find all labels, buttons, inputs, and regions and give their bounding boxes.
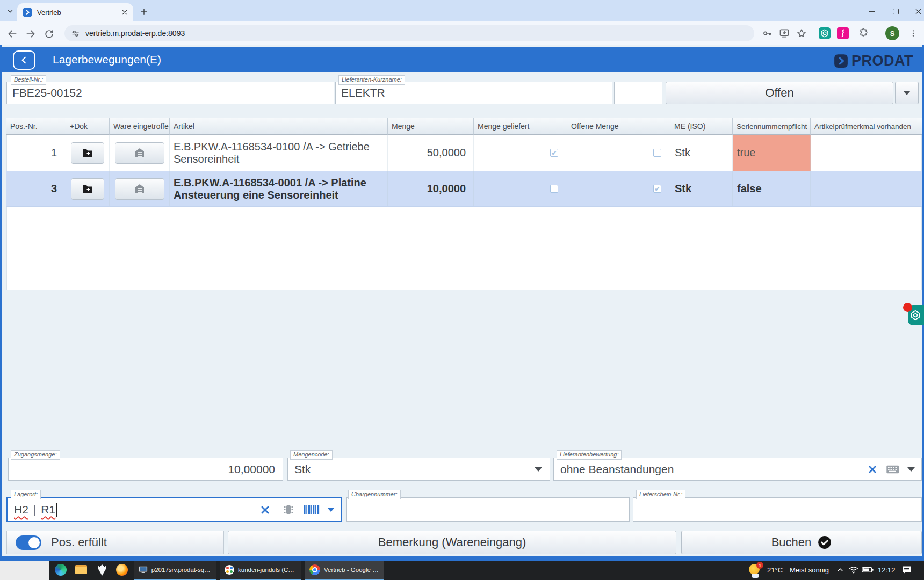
mengencode-value: Stk	[294, 463, 535, 476]
clear-x-icon[interactable]	[260, 505, 270, 515]
lieferantenbewertung-value: ohne Beanstandungen	[560, 463, 868, 476]
warehouse-button[interactable]	[115, 142, 164, 164]
page-title: Lagerbewegungen(E)	[53, 53, 161, 66]
col-header-offene-menge[interactable]: Offene Menge	[567, 118, 670, 135]
cell-menge: 10,0000	[388, 171, 474, 206]
buchen-button[interactable]: Buchen	[681, 531, 922, 554]
zugangsmenge-field[interactable]: 10,00000	[8, 458, 283, 481]
install-app-icon[interactable]	[777, 26, 792, 40]
extensions-puzzle-icon[interactable]	[856, 26, 871, 40]
weather-condition[interactable]: Meist sonnig	[790, 566, 829, 574]
lieferantenbewertung-label: Lieferantenbewertung:	[557, 450, 622, 460]
cell-menge-geliefert: ✔	[474, 135, 567, 171]
empty-subfield[interactable]	[614, 82, 662, 104]
firefox-icon[interactable]	[116, 564, 128, 576]
profile-avatar[interactable]: S	[885, 26, 899, 40]
lieferantenbewertung-field[interactable]: ohne Beanstandungen	[553, 458, 922, 481]
back-icon[interactable]	[5, 27, 19, 41]
zugangsmenge-label: Zugangsmenge:	[11, 450, 60, 460]
col-header-dok[interactable]: +Dok	[66, 118, 110, 135]
status-button[interactable]: Offen	[666, 82, 893, 104]
table-row-selected[interactable]: 3 E.B.PKW.A-1168534-0001 /A -> Platine A…	[6, 171, 922, 207]
edge-icon[interactable]	[55, 564, 68, 577]
extension-pink-icon[interactable]	[837, 27, 849, 39]
col-header-seriennummernpflicht[interactable]: Seriennummernpflicht	[733, 118, 811, 135]
col-header-menge[interactable]: Menge	[388, 118, 474, 135]
chargennummer-field[interactable]	[346, 497, 630, 522]
col-header-me-iso[interactable]: ME (ISO)	[670, 118, 733, 135]
col-header-artikel[interactable]: Artikel	[170, 118, 388, 135]
text-caret	[56, 503, 57, 517]
bookmark-star-icon[interactable]	[794, 26, 809, 40]
window-close-button[interactable]	[909, 5, 924, 18]
taskbar-search-box[interactable]	[0, 561, 49, 580]
url-bar[interactable]: vertrieb.m.prodat-erp.de:8093	[64, 25, 754, 41]
site-settings-icon[interactable]	[71, 29, 80, 38]
taskbar-app-sql[interactable]: p2017srv.prodat-sql.d...	[134, 561, 216, 580]
check-circle-icon	[818, 535, 832, 549]
bestell-nr-field[interactable]: FBE25-00152	[6, 82, 334, 104]
status-dropdown-button[interactable]	[895, 82, 919, 104]
col-header-pos[interactable]: Pos.-Nr.	[6, 118, 66, 135]
tray-chevron-up-icon[interactable]	[836, 566, 844, 576]
window-maximize-button[interactable]	[886, 5, 905, 18]
password-key-icon[interactable]	[760, 26, 775, 40]
chevron-down-icon[interactable]	[907, 467, 915, 472]
col-header-ware[interactable]: Ware eingetroffer	[110, 118, 170, 135]
battery-icon[interactable]	[862, 566, 874, 576]
chevron-down-icon[interactable]	[535, 467, 542, 472]
page-border-right	[922, 45, 924, 561]
app-back-button[interactable]	[13, 50, 35, 70]
col-header-pruefmerkmal[interactable]: Artikelprüfmerkmal vorhanden	[811, 118, 922, 135]
checkbox-offene-menge[interactable]	[653, 149, 661, 157]
weather-temp[interactable]: 21°C	[767, 566, 783, 574]
cell-offene-menge: ✔	[567, 171, 670, 206]
barcode-icon[interactable]	[304, 504, 320, 516]
tab-close-icon[interactable]	[121, 9, 128, 16]
cell-ware	[110, 135, 170, 171]
prodat-logo-icon	[834, 54, 848, 68]
extension-teal-icon[interactable]	[819, 27, 831, 39]
col-header-menge-geliefert[interactable]: Menge geliefert	[474, 118, 567, 135]
lagerort-field[interactable]: H2 | R1	[6, 497, 342, 522]
wolf-app-icon[interactable]	[96, 563, 109, 579]
bestell-nr-label: Bestell-Nr.:	[11, 75, 46, 85]
clock[interactable]: 12:12	[878, 566, 896, 574]
checkbox-menge-geliefert[interactable]	[550, 185, 558, 193]
mengencode-field[interactable]: Stk	[287, 458, 550, 481]
cell-ware	[110, 171, 170, 206]
file-explorer-icon[interactable]	[75, 565, 87, 574]
checkbox-menge-geliefert[interactable]: ✔	[550, 149, 558, 157]
cell-artikel: E.B.PKW.A-1168534-0100 /A -> Getriebe Se…	[170, 135, 388, 171]
rfid-chip-icon[interactable]	[282, 503, 295, 516]
pos-erfuellt-toggle[interactable]	[16, 535, 41, 550]
warehouse-button[interactable]	[115, 178, 164, 200]
lieferschein-label: Lieferschein-Nr.:	[636, 490, 685, 499]
artikel-line2: Sensoreinheit	[174, 153, 239, 165]
action-center-icon[interactable]	[901, 565, 912, 577]
tab-search-chevron-icon[interactable]	[3, 4, 17, 18]
taskbar-app-chat[interactable]: kunden-junduls (Cha...	[220, 561, 301, 580]
new-tab-button[interactable]	[138, 5, 150, 18]
browser-tab-active[interactable]: Vertrieb	[17, 3, 133, 21]
lieferschein-field[interactable]	[633, 497, 922, 522]
lieferanten-kurzname-field[interactable]: ELEKTR	[335, 82, 612, 104]
window-minimize-button[interactable]	[863, 5, 881, 18]
menu-dots-icon[interactable]	[906, 26, 921, 40]
table-row[interactable]: 1 E.B.PKW.A-1168534-0100 /A -> Getriebe …	[6, 135, 922, 171]
reload-icon[interactable]	[42, 27, 56, 41]
forward-icon[interactable]	[24, 27, 38, 41]
bemerkung-button[interactable]: Bemerkung (Wareneingang)	[228, 531, 676, 554]
taskbar-app-chrome[interactable]: Vertrieb - Google Chr...	[305, 561, 384, 580]
keyboard-icon[interactable]	[886, 465, 900, 474]
wifi-icon[interactable]	[849, 566, 858, 576]
taskbar-app-label: p2017srv.prodat-sql.d...	[151, 567, 212, 573]
checkbox-offene-menge[interactable]: ✔	[653, 185, 661, 193]
chevron-down-icon	[903, 91, 911, 95]
warehouse-icon	[133, 147, 147, 160]
folder-plus-icon	[81, 183, 94, 195]
clear-x-icon[interactable]	[868, 465, 877, 474]
chevron-down-icon[interactable]	[327, 508, 335, 512]
add-document-button[interactable]	[71, 142, 104, 164]
add-document-button[interactable]	[71, 178, 104, 200]
